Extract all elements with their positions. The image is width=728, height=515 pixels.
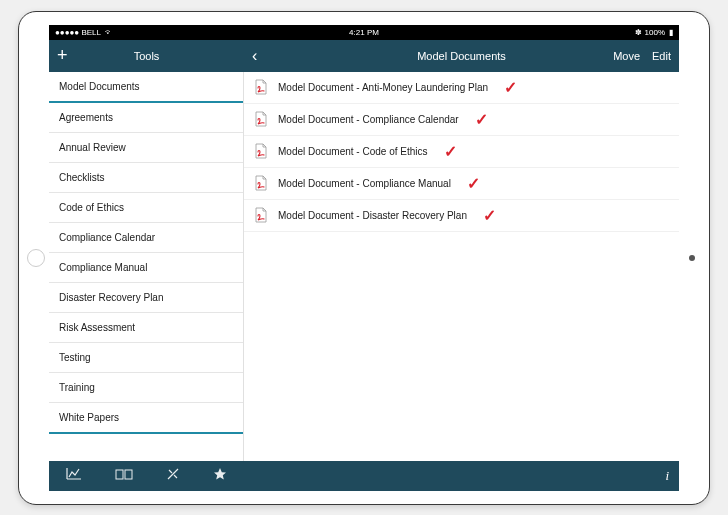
wifi-icon: ᯤ — [105, 28, 113, 37]
sidebar-item[interactable]: Training — [49, 373, 243, 403]
document-label: Model Document - Compliance Calendar — [278, 114, 459, 125]
sidebar-item[interactable]: White Papers — [49, 403, 243, 434]
sidebar-item[interactable]: Compliance Manual — [49, 253, 243, 283]
pdf-icon — [254, 79, 268, 95]
add-button[interactable]: + — [57, 45, 68, 66]
sidebar-item[interactable]: Testing — [49, 343, 243, 373]
sidebar-item[interactable]: Disaster Recovery Plan — [49, 283, 243, 313]
home-button[interactable] — [27, 249, 45, 267]
battery-icon: ▮ — [669, 28, 673, 37]
edit-button[interactable]: Edit — [652, 50, 671, 62]
nav-bar: + Tools ‹ Model Documents Move Edit — [49, 40, 679, 72]
bluetooth-battery-label: ✽ 100% — [635, 28, 665, 37]
document-row[interactable]: Model Document - Code of Ethics✓ — [244, 136, 679, 168]
checkmark-icon: ✓ — [475, 110, 488, 129]
cards-icon[interactable] — [115, 468, 133, 483]
status-bar: ●●●●● BELL ᯤ 4:21 PM ✽ 100% ▮ — [49, 25, 679, 40]
document-label: Model Document - Compliance Manual — [278, 178, 451, 189]
document-label: Model Document - Code of Ethics — [278, 146, 428, 157]
pdf-icon — [254, 111, 268, 127]
pdf-icon — [254, 207, 268, 223]
document-label: Model Document - Disaster Recovery Plan — [278, 210, 467, 221]
back-button[interactable]: ‹ — [252, 47, 257, 65]
camera-dot — [689, 255, 695, 261]
move-button[interactable]: Move — [613, 50, 640, 62]
sidebar-title: Tools — [49, 50, 244, 62]
document-row[interactable]: Model Document - Disaster Recovery Plan✓ — [244, 200, 679, 232]
sidebar-item[interactable]: Model Documents — [49, 72, 243, 103]
checkmark-icon: ✓ — [483, 206, 496, 225]
sidebar-item[interactable]: Annual Review — [49, 133, 243, 163]
pdf-icon — [254, 143, 268, 159]
svg-rect-1 — [125, 470, 132, 479]
screen: ●●●●● BELL ᯤ 4:21 PM ✽ 100% ▮ + Tools ‹ … — [49, 25, 679, 491]
tools-icon[interactable] — [166, 467, 180, 484]
nav-right: ‹ Model Documents Move Edit — [244, 40, 679, 72]
document-list[interactable]: Model Document - Anti-Money Laundering P… — [244, 72, 679, 461]
checkmark-icon: ✓ — [504, 78, 517, 97]
status-time: 4:21 PM — [349, 28, 379, 37]
sidebar-item[interactable]: Risk Assessment — [49, 313, 243, 343]
carrier-label: ●●●●● BELL — [55, 28, 101, 37]
document-row[interactable]: Model Document - Compliance Calendar✓ — [244, 104, 679, 136]
sidebar-item[interactable]: Compliance Calendar — [49, 223, 243, 253]
sidebar-item[interactable]: Checklists — [49, 163, 243, 193]
sidebar-item[interactable]: Agreements — [49, 103, 243, 133]
sidebar[interactable]: Model DocumentsAgreementsAnnual ReviewCh… — [49, 72, 244, 461]
tab-bar: i — [49, 461, 679, 491]
document-row[interactable]: Model Document - Compliance Manual✓ — [244, 168, 679, 200]
sidebar-item[interactable]: Code of Ethics — [49, 193, 243, 223]
info-button[interactable]: i — [665, 468, 669, 484]
pdf-icon — [254, 175, 268, 191]
nav-left: + Tools — [49, 40, 244, 72]
checkmark-icon: ✓ — [467, 174, 480, 193]
checkmark-icon: ✓ — [444, 142, 457, 161]
chart-icon[interactable] — [66, 467, 82, 484]
document-row[interactable]: Model Document - Anti-Money Laundering P… — [244, 72, 679, 104]
document-label: Model Document - Anti-Money Laundering P… — [278, 82, 488, 93]
content-area: Model DocumentsAgreementsAnnual ReviewCh… — [49, 72, 679, 461]
star-icon[interactable] — [213, 467, 227, 484]
tablet-frame: ●●●●● BELL ᯤ 4:21 PM ✽ 100% ▮ + Tools ‹ … — [18, 11, 710, 505]
svg-rect-0 — [116, 470, 123, 479]
